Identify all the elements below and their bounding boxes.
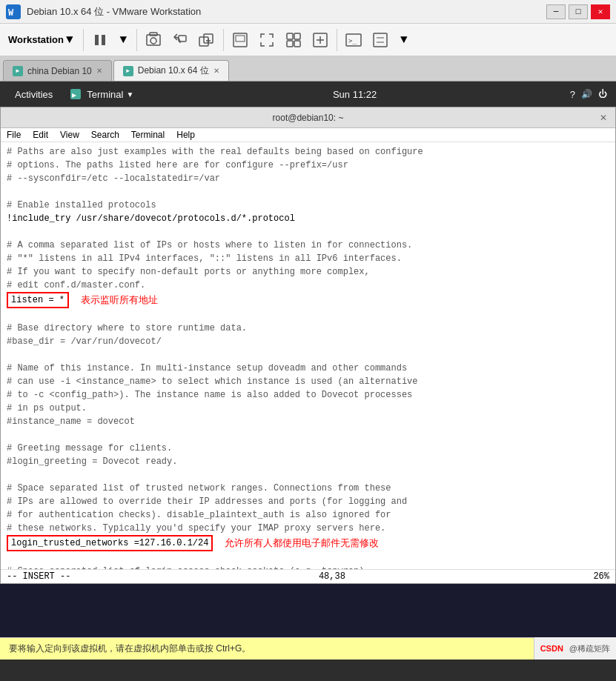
login-highlighted: login_trusted_networks =127.16.0.1/24 [7, 535, 213, 551]
svg-rect-13 [236, 36, 245, 41]
code-line-1: # Paths are also just examples with the … [7, 145, 609, 159]
terminal-button[interactable]: ▶ Terminal ▼ [64, 86, 139, 103]
title-bar: W Debian 10.x 64 位 - VMware Workstation … [0, 0, 616, 24]
code-line-24 [7, 468, 609, 482]
toolbar-separator-4 [337, 29, 337, 51]
code-line-8: # A comma separated list of IPs or hosts… [7, 239, 609, 252]
unity-button[interactable] [282, 28, 305, 52]
tab-icon-1: ► [13, 66, 23, 76]
tab-close-2[interactable]: ✕ [213, 67, 219, 75]
tab-china-debian[interactable]: ► china Debian 10 ✕ [3, 60, 112, 81]
code-line-9: # "*" listens in all IPv4 interfaces, ":… [7, 252, 609, 265]
code-line-16: # Name of this instance. In multi-instan… [7, 362, 609, 375]
code-line-login: login_trusted_networks =127.16.0.1/24 允许… [7, 535, 609, 551]
volume-icon: 🔊 [581, 89, 592, 99]
bottom-right-branding: CSDN @稀疏矩阵 [534, 637, 616, 660]
code-line-13: # Base directory where to store runtime … [7, 322, 609, 335]
terminal-content[interactable]: # Paths are also just examples with the … [1, 142, 615, 569]
pause-button[interactable] [88, 28, 112, 52]
svg-rect-14 [287, 33, 293, 39]
svg-rect-2 [95, 35, 99, 45]
code-line-23: #login_greeting = Dovecot ready. [7, 455, 609, 468]
maximize-button[interactable]: □ [569, 4, 588, 19]
code-line-25: # Space separated list of trusted networ… [7, 482, 609, 495]
svg-rect-15 [294, 33, 300, 39]
menu-file[interactable]: File [7, 130, 21, 140]
workstation-dropdown-arrow: ▼ [66, 33, 73, 47]
svg-rect-5 [150, 33, 157, 36]
svg-rect-17 [294, 41, 300, 47]
login-annotation: 允许所有人都使用电子邮件无需修改 [225, 537, 379, 550]
author-label: @稀疏矩阵 [569, 643, 610, 654]
code-line-15 [7, 348, 609, 362]
menu-search[interactable]: Search [91, 130, 119, 140]
listen-annotation: 表示监听所有地址 [81, 293, 158, 307]
vmware-icon: W [6, 4, 21, 19]
view-options-dropdown[interactable]: ▼ [395, 30, 413, 50]
svg-text:▶: ▶ [72, 92, 77, 99]
help-icon: ? [570, 89, 575, 100]
close-button[interactable]: ✕ [591, 4, 610, 19]
code-line-29 [7, 551, 609, 565]
terminal-title: root@debian10: ~ [273, 113, 344, 123]
svg-rect-21 [374, 33, 387, 47]
power-icon: ⏻ [598, 89, 607, 99]
workstation-dropdown[interactable]: Workstation ▼ [3, 30, 79, 50]
vm-content[interactable]: Activities ▶ Terminal ▼ Sun 11:22 ? 🔊 ⏻ … [0, 82, 616, 660]
code-line-17: # can use -i <instance_name> to select w… [7, 375, 609, 388]
gnome-system-icons: ? 🔊 ⏻ [570, 89, 607, 100]
console-button[interactable]: >_ [342, 28, 365, 52]
terminal-titlebar: root@debian10: ~ ✕ [1, 107, 615, 128]
listen-highlighted: listen = * [7, 292, 69, 308]
clone-button[interactable] [195, 28, 219, 52]
code-line-6: !include_try /usr/share/dovecot/protocol… [7, 212, 609, 225]
revert-button[interactable] [168, 28, 192, 52]
code-line-26: # IPs are allowed to override their IP a… [7, 495, 609, 508]
code-line-7 [7, 225, 609, 239]
toolbar-separator-2 [136, 29, 137, 51]
pause-dropdown[interactable]: ▼ [115, 30, 133, 50]
normal-view-button[interactable] [228, 28, 252, 52]
svg-text:>_: >_ [348, 37, 357, 44]
code-line-4 [7, 185, 609, 199]
menu-edit[interactable]: Edit [33, 130, 48, 140]
gnome-topbar: Activities ▶ Terminal ▼ Sun 11:22 ? 🔊 ⏻ [0, 82, 616, 107]
activities-button[interactable]: Activities [9, 86, 59, 103]
view-options-button[interactable] [368, 28, 392, 52]
autofit-button[interactable] [308, 28, 332, 52]
code-line-14: #base_dir = /var/run/dovecot/ [7, 335, 609, 348]
snapshot-button[interactable] [142, 28, 165, 52]
svg-text:W: W [8, 8, 14, 19]
tab-label-2: Debian 10.x 64 位 [138, 64, 209, 77]
minimize-button[interactable]: ─ [546, 4, 566, 19]
terminal-close-button[interactable]: ✕ [597, 112, 609, 124]
vim-percent: 26% [593, 571, 609, 582]
vmware-toolbar: Workstation ▼ ▼ [0, 24, 616, 56]
toolbar-separator-1 [83, 29, 84, 51]
terminal-menubar: File Edit View Search Terminal Help [1, 128, 615, 142]
vim-position: 48,38 [319, 571, 345, 582]
view-options-arrow: ▼ [400, 33, 408, 47]
menu-help[interactable]: Help [176, 130, 195, 140]
window-controls: ─ □ ✕ [546, 4, 610, 19]
code-line-3: # --sysconfdir=/etc --localstatedir=/var [7, 172, 609, 185]
code-line-27: # for authentication checks). disable_pl… [7, 508, 609, 522]
terminal-window: root@debian10: ~ ✕ File Edit View Search… [0, 107, 616, 584]
tab-debian-64[interactable]: ► Debian 10.x 64 位 ✕ [113, 60, 229, 81]
menu-view[interactable]: View [60, 130, 79, 140]
menu-terminal[interactable]: Terminal [131, 130, 165, 140]
tab-close-1[interactable]: ✕ [96, 67, 102, 75]
csdn-icon: CSDN [540, 644, 563, 653]
toolbar-separator-3 [223, 29, 224, 51]
workstation-label: Workstation [8, 34, 64, 45]
code-line-10: # If you want to specify non-default por… [7, 265, 609, 279]
code-line-listen: listen = * 表示监听所有地址 [7, 292, 609, 308]
bottom-bar-text: 要将输入定向到该虚拟机，请在虚拟机内部单击或按 Ctrl+G。 [9, 642, 251, 655]
svg-rect-3 [102, 35, 105, 45]
tab-icon-2: ► [123, 66, 133, 76]
code-line-12 [7, 308, 609, 322]
fullscreen-button[interactable] [255, 28, 279, 52]
pause-dropdown-arrow: ▼ [120, 33, 127, 47]
code-line-11: # edit conf.d/master.conf. [7, 279, 609, 292]
code-line-21 [7, 428, 609, 442]
